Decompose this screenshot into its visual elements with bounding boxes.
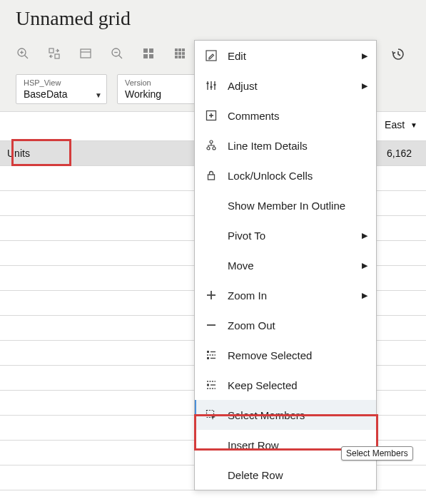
chevron-down-icon: ▼ bbox=[95, 91, 102, 99]
svg-rect-42 bbox=[207, 357, 209, 359]
svg-point-36 bbox=[213, 147, 215, 150]
menu-select-members[interactable]: Select Members bbox=[195, 400, 376, 430]
menu-item-label: Move bbox=[228, 259, 352, 272]
svg-rect-28 bbox=[207, 83, 209, 84]
svg-point-34 bbox=[210, 140, 213, 143]
menu-comments[interactable]: Comments bbox=[195, 101, 376, 130]
svg-rect-21 bbox=[175, 56, 178, 58]
svg-line-1 bbox=[25, 56, 29, 59]
menu-item-label: Show Member In Outline bbox=[228, 200, 367, 212]
svg-rect-29 bbox=[211, 86, 213, 88]
blank-icon bbox=[205, 229, 218, 242]
svg-rect-13 bbox=[143, 54, 148, 58]
grid-large-icon[interactable] bbox=[173, 46, 187, 61]
zoom-out-icon[interactable] bbox=[110, 46, 124, 61]
chevron-right-icon: ▶ bbox=[362, 231, 367, 240]
dimension-hsp-view[interactable]: HSP_View BaseData ▼ bbox=[16, 74, 107, 104]
menu-keep-sel[interactable]: Keep Selected bbox=[195, 370, 376, 400]
swap-icon[interactable] bbox=[47, 46, 61, 61]
column-header-east[interactable]: East ▼ bbox=[385, 119, 417, 130]
menu-zoom-out[interactable]: Zoom Out bbox=[195, 310, 376, 340]
menu-adjust[interactable]: Adjust▶ bbox=[195, 71, 376, 101]
dimension-value: BaseData bbox=[24, 88, 88, 101]
svg-rect-11 bbox=[143, 48, 148, 53]
menu-item-label: Lock/Unlock Cells bbox=[228, 170, 367, 182]
menu-item-label: Select Members bbox=[228, 409, 367, 421]
chevron-down-icon: ▼ bbox=[410, 121, 417, 129]
svg-rect-16 bbox=[178, 48, 181, 51]
zoom-in-icon[interactable] bbox=[16, 46, 30, 61]
svg-point-35 bbox=[207, 147, 210, 150]
menu-show-outline[interactable]: Show Member In Outline bbox=[195, 190, 376, 220]
menu-item-label: Zoom Out bbox=[228, 319, 367, 331]
menu-edit[interactable]: Edit▶ bbox=[195, 41, 376, 71]
keep-sel-icon bbox=[205, 379, 218, 391]
chevron-right-icon: ▶ bbox=[362, 261, 367, 270]
menu-item-label: Keep Selected bbox=[228, 379, 367, 391]
svg-rect-22 bbox=[178, 56, 181, 58]
blank-icon bbox=[205, 199, 218, 212]
history-icon[interactable] bbox=[391, 47, 405, 61]
menu-pivot[interactable]: Pivot To▶ bbox=[195, 220, 376, 250]
svg-rect-6 bbox=[81, 49, 91, 58]
chevron-right-icon: ▶ bbox=[362, 291, 367, 300]
svg-rect-41 bbox=[207, 351, 209, 353]
dimension-label: Version bbox=[125, 78, 189, 88]
page-title: Unnamed grid bbox=[0, 0, 426, 37]
grid-small-icon[interactable] bbox=[141, 46, 156, 61]
svg-line-9 bbox=[119, 56, 123, 59]
menu-line-item[interactable]: Line Item Details bbox=[195, 130, 376, 160]
svg-rect-23 bbox=[182, 56, 185, 58]
menu-zoom-in[interactable]: Zoom In▶ bbox=[195, 280, 376, 310]
lock-icon bbox=[205, 169, 218, 182]
menu-item-label: Zoom In bbox=[228, 289, 352, 302]
svg-rect-18 bbox=[175, 52, 178, 55]
tooltip: Select Members bbox=[341, 446, 413, 461]
svg-rect-17 bbox=[182, 48, 185, 51]
sliders-icon bbox=[205, 79, 218, 92]
plus-box-icon bbox=[205, 109, 218, 122]
svg-rect-46 bbox=[207, 384, 209, 386]
chevron-right-icon: ▶ bbox=[362, 51, 367, 61]
select-members-icon bbox=[205, 408, 218, 421]
svg-rect-15 bbox=[175, 48, 178, 51]
menu-move[interactable]: Move▶ bbox=[195, 250, 376, 280]
menu-item-label: Adjust bbox=[228, 80, 352, 92]
svg-rect-14 bbox=[149, 54, 153, 58]
menu-item-label: Delete Row bbox=[228, 469, 367, 481]
plus-icon bbox=[205, 289, 218, 302]
svg-rect-30 bbox=[214, 84, 216, 86]
dimension-label: HSP_View bbox=[24, 78, 88, 88]
panel-icon[interactable] bbox=[78, 46, 93, 61]
svg-rect-4 bbox=[49, 48, 54, 53]
hierarchy-icon bbox=[205, 139, 218, 152]
context-menu: Edit▶Adjust▶CommentsLine Item DetailsLoc… bbox=[194, 40, 377, 490]
dimension-value: Working bbox=[125, 88, 189, 101]
menu-remove-sel[interactable]: Remove Selected bbox=[195, 340, 376, 370]
row-header: Units bbox=[0, 148, 78, 159]
blank-icon bbox=[205, 438, 218, 451]
svg-rect-19 bbox=[178, 52, 181, 55]
remove-sel-icon bbox=[205, 349, 218, 361]
menu-item-label: Line Item Details bbox=[228, 140, 367, 152]
menu-lock[interactable]: Lock/Unlock Cells bbox=[195, 160, 376, 190]
svg-rect-20 bbox=[182, 52, 185, 55]
blank-icon bbox=[205, 468, 218, 481]
pencil-icon bbox=[205, 49, 218, 62]
grid-row[interactable] bbox=[0, 490, 426, 504]
cell-value: 6,162 bbox=[387, 148, 412, 159]
menu-delete-row[interactable]: Delete Row bbox=[195, 460, 376, 490]
menu-item-label: Comments bbox=[228, 110, 367, 122]
svg-rect-37 bbox=[208, 175, 215, 180]
menu-item-label: Edit bbox=[228, 50, 352, 62]
column-header-label: East bbox=[385, 119, 405, 130]
chevron-right-icon: ▶ bbox=[362, 81, 367, 91]
svg-rect-12 bbox=[149, 48, 153, 53]
svg-rect-5 bbox=[55, 54, 59, 58]
minus-icon bbox=[205, 319, 218, 331]
menu-item-label: Pivot To bbox=[228, 230, 352, 242]
blank-icon bbox=[205, 259, 218, 272]
menu-item-label: Remove Selected bbox=[228, 349, 367, 361]
